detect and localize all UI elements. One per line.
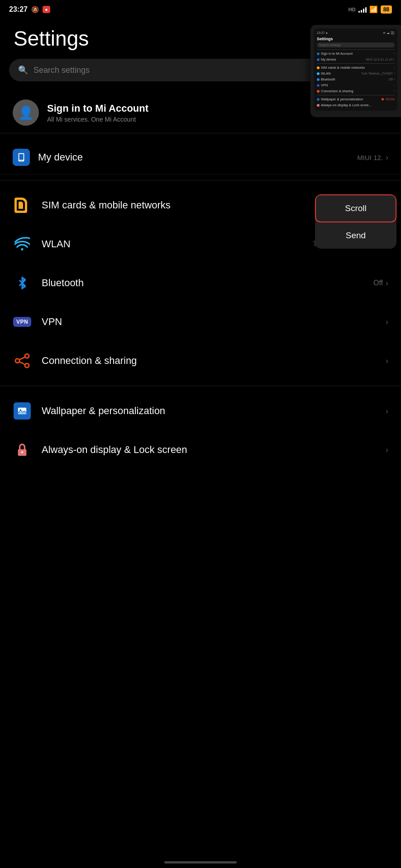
thumb-item-account: Sign in to Mi Account › <box>317 51 395 57</box>
lockscreen-item[interactable]: Always-on display & Lock screen › <box>0 430 401 469</box>
bluetooth-right: Off › <box>373 278 388 288</box>
vpn-chevron: › <box>386 317 388 327</box>
svg-point-6 <box>15 359 19 363</box>
avatar: 👤 <box>13 99 39 126</box>
vpn-icon: VPN <box>13 312 32 331</box>
svg-rect-1 <box>19 154 23 160</box>
device-version: MIUI 12. <box>357 154 383 161</box>
wlan-label: WLAN <box>42 238 71 250</box>
battery-icon: 88 <box>381 5 392 14</box>
wallpaper-icon-box <box>14 402 31 420</box>
device-label: My device <box>38 151 83 163</box>
connection-right: › <box>386 356 388 366</box>
thumb-item-lock: Always-on display & Lock scree... <box>317 102 395 108</box>
status-bar: 23:27 🔕 ● HD 📶 88 <box>0 0 401 17</box>
thumbnail: 23:27 ● ≋ ☁ ⬛ Settings Search settings S… <box>314 28 397 111</box>
svg-point-15 <box>21 451 23 453</box>
thumb-statusbar: 23:27 ● ≋ ☁ ⬛ <box>317 31 395 35</box>
device-right: MIUI 12. › <box>357 153 388 162</box>
wallpaper-icon <box>13 401 32 420</box>
signal-bars <box>358 6 367 13</box>
connection-left: Connection & sharing <box>13 351 137 370</box>
thumb-signals: ≋ ☁ ⬛ <box>383 31 395 35</box>
lockscreen-label: Always-on display & Lock screen <box>42 444 187 456</box>
home-indicator <box>164 861 237 863</box>
svg-line-9 <box>19 357 25 360</box>
device-left: My device <box>13 149 83 166</box>
account-text: Sign in to Mi Account All Mi services. O… <box>47 103 148 123</box>
svg-point-3 <box>21 248 23 250</box>
bluetooth-left: Bluetooth <box>13 274 84 292</box>
bluetooth-label: Bluetooth <box>42 277 84 289</box>
lockscreen-left: Always-on display & Lock screen <box>13 440 187 459</box>
vpn-item[interactable]: VPN VPN › <box>0 302 401 341</box>
connection-label: Connection & sharing <box>42 355 137 367</box>
svg-line-10 <box>19 362 25 364</box>
account-title: Sign in to Mi Account <box>47 103 148 114</box>
thumb-search: Search settings <box>317 42 395 47</box>
vpn-label: VPN <box>42 316 62 328</box>
wallpaper-left: Wallpaper & personalization <box>13 401 165 420</box>
wallpaper-right: › <box>386 406 388 416</box>
thumb-item-conn: Connection & sharing › <box>317 88 395 94</box>
bluetooth-chevron: › <box>386 278 388 288</box>
vpn-left: VPN VPN <box>13 312 62 331</box>
bluetooth-icon <box>13 274 32 292</box>
wallpaper-label: Wallpaper & personalization <box>42 405 165 417</box>
bluetooth-value: Off <box>373 279 383 287</box>
scroll-button[interactable]: Scroll <box>315 194 396 222</box>
divider-1 <box>0 180 401 180</box>
vpn-right: › <box>386 317 388 327</box>
sim-label: SIM cards & mobile networks <box>42 199 171 211</box>
thumbnail-overlay: 23:27 ● ≋ ☁ ⬛ Settings Search settings S… <box>310 25 401 117</box>
device-icon <box>13 149 30 166</box>
status-right: HD 📶 88 <box>348 5 392 14</box>
time: 23:27 <box>9 5 28 14</box>
send-button[interactable]: Send <box>315 222 396 249</box>
divider-2 <box>0 386 401 386</box>
my-device-row[interactable]: My device MIUI 12. › <box>0 141 401 175</box>
wallpaper-chevron: › <box>386 406 388 416</box>
connection-chevron: › <box>386 356 388 366</box>
device-chevron: › <box>386 153 388 162</box>
status-left: 23:27 🔕 ● <box>9 5 50 14</box>
thumb-item-vpn: VPN › <box>317 82 395 88</box>
lockscreen-right: › <box>386 445 388 455</box>
thumb-item-wallpaper: Wallpaper & personalization ⏺ 00:04 <box>317 96 395 102</box>
svg-point-7 <box>25 354 29 358</box>
lockscreen-chevron: › <box>386 445 388 455</box>
wifi-icon: 📶 <box>369 5 378 14</box>
thumb-time: 23:27 ● <box>317 31 328 35</box>
account-subtitle: All Mi services. One Mi Account <box>47 116 148 123</box>
wallpaper-item[interactable]: Wallpaper & personalization › <box>0 392 401 430</box>
context-menu: Scroll Send <box>315 194 396 249</box>
search-icon: 🔍 <box>18 65 28 75</box>
thumb-title: Settings <box>317 37 395 41</box>
wlan-icon <box>13 235 32 254</box>
svg-point-2 <box>21 160 22 161</box>
sim-icon <box>13 196 32 215</box>
vpn-badge: VPN <box>13 317 31 327</box>
mute-icon: 🔕 <box>31 6 39 13</box>
thumb-item-bt: Bluetooth Off › <box>317 76 395 82</box>
hd-label: HD <box>348 7 356 12</box>
bluetooth-item[interactable]: Bluetooth Off › <box>0 264 401 302</box>
record-icon: ● <box>43 6 50 13</box>
lock-icon <box>13 440 32 459</box>
wlan-left: WLAN <box>13 235 71 254</box>
thumb-item-device: My device MIUI 12.9.21.11.24 › <box>317 57 395 62</box>
sim-left: SIM cards & mobile networks <box>13 196 171 215</box>
thumb-item-wlan: WLAN Turk Telekom_ZVXW7 › <box>317 71 395 76</box>
connection-icon <box>13 351 32 370</box>
connection-item[interactable]: Connection & sharing › <box>0 341 401 380</box>
svg-point-8 <box>25 363 29 368</box>
thumb-item-sim: SIM cards & mobile networks › <box>317 65 395 71</box>
